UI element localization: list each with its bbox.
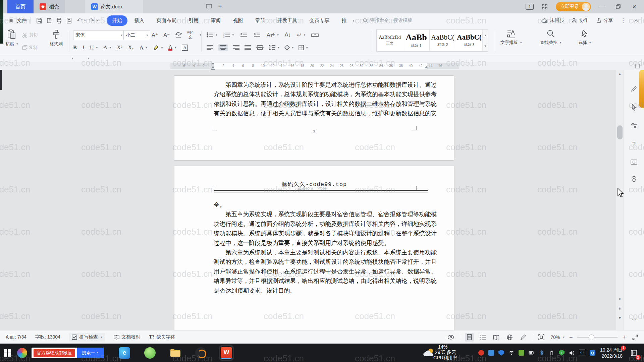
doc-text-line[interactable]: 依据和设计思路。再通过介绍数据库设计，设计相关的数据二维表格存放和管理与系统 [214, 99, 427, 109]
collaborate-button[interactable]: 协作 [572, 17, 589, 23]
doc-text-line[interactable]: 结果异常等，并且根据测试结果，给出相应的测试总结，由此得出相关结论，说明系统 [214, 276, 427, 286]
tray-input-method-icon[interactable]: 中 [579, 350, 585, 356]
doc-text-line[interactable]: 过程中，这一阶段是极为重要，直接关系到用户对系统的使用感受。 [214, 238, 427, 248]
styles-scroll[interactable]: ▲ ▼ [483, 30, 488, 51]
edge-browser-icon[interactable]: e [119, 347, 130, 359]
copy-button[interactable]: 复制 [22, 43, 38, 52]
read-view-icon[interactable] [492, 333, 500, 342]
style-标题 1[interactable]: AaBb标题 1 [403, 30, 430, 51]
align-left-icon[interactable] [207, 45, 213, 50]
doc-text-line[interactable]: 第四章为系统设计，系统设计阶段主要是对系统进行总体功能和数据库设计。通过 [214, 80, 427, 89]
tray-q-app-icon[interactable]: Q [590, 350, 595, 356]
tray-wifi-icon[interactable] [508, 350, 514, 356]
location-icon[interactable] [629, 174, 639, 185]
apps-grid-icon[interactable] [540, 2, 550, 12]
tray-antivirus-icon[interactable]: + [559, 350, 565, 356]
indent-collapse-chevron2[interactable]: ▾ [88, 57, 90, 60]
taskbar-search-box[interactable]: 官方辟谣成都猴痘 搜索一下 [32, 348, 104, 358]
horizontal-ruler[interactable]: 6422468101214161820222426283032343638404… [0, 62, 644, 70]
grow-font-button[interactable]: A⁺ [152, 32, 158, 38]
collapse-ribbon-icon[interactable] [634, 19, 639, 22]
fullscreen-icon[interactable] [631, 333, 639, 342]
command-search[interactable]: 查找命令、搜索模板 [363, 17, 412, 23]
missing-font-button[interactable]: T? 缺失字体 [149, 334, 175, 340]
doc-text-line[interactable]: 统功能模块。系统的具体实现步骤，就是对各子模块详细设计的过程，在整个系统设计 [214, 229, 427, 238]
hamburger-menu-icon[interactable]: ≡ [6, 16, 16, 25]
more-options-icon[interactable]: ⋮ [620, 17, 627, 24]
menu-tab-会员专享[interactable]: 会员专享 [304, 15, 335, 26]
doc-text-line[interactable]: 用户能够正常操作和使用，在系统运行过程中是否发生异常，如运行异常、数据异常、 [214, 267, 427, 276]
menu-tab-视图[interactable]: 视图 [227, 15, 248, 26]
switch-window-icon[interactable]: 1 [526, 4, 534, 10]
page-3[interactable]: 第四章为系统设计，系统设计阶段主要是对系统进行总体功能和数据库设计。通过介绍系统… [174, 76, 454, 160]
doc-text-line[interactable]: 测试的方法，检查测验系统主要功能，测试所设计的系统功能模块能否正常打开，并且 [214, 257, 427, 266]
edit-pen-icon[interactable] [629, 83, 639, 94]
doc-text-line[interactable]: 有关的数据信息，便于相关人员管理与系统有关的数据信息，维护和更新数据信息的安 [214, 109, 427, 118]
shrink-font-button[interactable]: A⁻ [163, 32, 170, 38]
extract-tool-icon[interactable] [629, 120, 639, 131]
font-color-button[interactable]: A▾ [168, 45, 176, 51]
dark-round-app-icon[interactable] [195, 347, 207, 359]
menu-tab-开始[interactable]: 开始 [107, 15, 127, 26]
ink-view-icon[interactable] [519, 333, 527, 342]
page-4[interactable]: 毕业论文（设计） 源码久久-code99.top 全。第五章为系统实现，系统实现… [174, 166, 454, 330]
select-tool-icon[interactable] [629, 102, 639, 113]
login-button[interactable]: 立即登录 [556, 2, 591, 11]
doc-text-line[interactable]: 全。 [214, 200, 427, 209]
redo-button[interactable]: ↷▾ [89, 17, 98, 24]
page-indicator[interactable]: 页面: 7/34 [5, 334, 26, 340]
indent-collapse-chevron[interactable]: ▾ [72, 57, 73, 60]
decrease-indent-icon[interactable] [240, 32, 247, 38]
export-icon[interactable] [44, 16, 54, 25]
align-right-icon[interactable] [233, 45, 239, 50]
print-preview-icon[interactable] [64, 16, 74, 25]
character-shading-button[interactable]: A [182, 45, 187, 51]
wps-app-icon[interactable]: W [221, 347, 232, 359]
page4-text[interactable]: 全。第五章为系统实现，系统实现阶段主要是对宿舍信息管理、宿舍报修管理等功能模块进… [214, 200, 427, 295]
menu-tab-引用[interactable]: 引用 [183, 15, 204, 26]
character-scale-button[interactable]: A⇄▾ [267, 32, 279, 38]
tab-document[interactable]: W 论文.docx [85, 0, 143, 13]
page3-text[interactable]: 第四章为系统设计，系统设计阶段主要是对系统进行总体功能和数据库设计。通过介绍系统… [214, 80, 427, 118]
file-explorer-icon[interactable] [170, 347, 181, 359]
clear-format-icon[interactable] [175, 32, 182, 38]
file-menu[interactable]: 文件 [17, 17, 27, 24]
print-icon[interactable] [54, 16, 64, 25]
style-标题 3[interactable]: AaBbC(标题 3 [456, 30, 483, 51]
undo-button[interactable]: ↶▾ [77, 17, 86, 24]
minimize-button[interactable]: — [597, 2, 607, 12]
tray-battery-icon[interactable] [529, 350, 534, 356]
align-center-button[interactable] [218, 44, 228, 51]
help-icon[interactable]: ? [629, 139, 639, 149]
screenshot-icon[interactable] [629, 157, 639, 167]
select-button[interactable]: 选择▾ [578, 29, 591, 46]
tray-nvidia-icon[interactable] [519, 350, 524, 356]
zoom-level[interactable]: 70%▾ [550, 335, 565, 340]
document-canvas[interactable]: 第四章为系统设计，系统设计阶段主要是对系统进行总体功能和数据库设计。通过介绍系统… [0, 70, 644, 330]
spell-check-button[interactable]: 拼写检查▾ [69, 333, 105, 342]
tray-usb-drive-icon[interactable] [549, 350, 554, 356]
close-button[interactable]: × [629, 2, 639, 12]
sync-status[interactable]: 未同步 [541, 17, 564, 23]
scroll-down-icon[interactable]: ▼ [616, 314, 624, 321]
start-button[interactable] [0, 344, 15, 362]
text-layout-button[interactable]: 文字排版▾ [500, 29, 522, 46]
eye-protect-icon[interactable] [446, 333, 455, 342]
styles-down-icon[interactable]: ▼ [484, 45, 487, 48]
tray-usb-tool-icon[interactable] [488, 350, 494, 356]
fit-page-icon[interactable] [537, 333, 546, 342]
menu-tab-章节[interactable]: 章节 [250, 15, 270, 26]
subscript-button[interactable]: X₂ [128, 45, 134, 51]
doc-text-line[interactable]: 是否达到预期要求、设计目的。 [214, 286, 427, 295]
pinwheel-app-icon[interactable] [15, 344, 30, 362]
tray-bluetooth-icon[interactable] [539, 350, 544, 356]
search-hotword-tag[interactable]: 官方辟谣成都猴痘 [34, 349, 75, 357]
restore-button[interactable] [613, 2, 623, 12]
zoom-slider-knob[interactable] [589, 335, 594, 340]
numbered-list-button[interactable]: 123▾ [223, 32, 234, 38]
bold-button[interactable]: B [73, 45, 77, 51]
distribute-icon[interactable] [256, 45, 264, 50]
tray-red-app-icon[interactable] [478, 350, 484, 356]
taskbar-clock[interactable]: 10:24 周日 2022/9/18 1 [600, 347, 623, 359]
zoom-slider[interactable] [577, 337, 618, 338]
